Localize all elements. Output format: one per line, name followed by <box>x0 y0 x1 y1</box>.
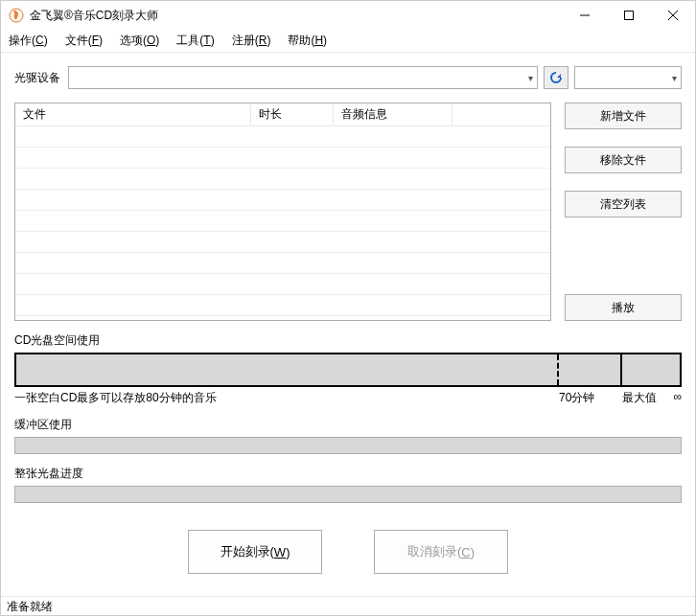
col-audio-header[interactable]: 音频信息 <box>334 103 452 125</box>
table-row[interactable] <box>15 232 550 253</box>
menu-bar: 操作(C) 文件(F) 选项(O) 工具(T) 注册(R) 帮助(H) <box>1 30 695 53</box>
maximize-button[interactable] <box>607 1 651 30</box>
speed-combo[interactable]: ▾ <box>574 66 682 89</box>
capacity-note: 一张空白CD最多可以存放80分钟的音乐 <box>14 390 559 405</box>
capacity-seg-70 <box>557 354 620 385</box>
app-icon <box>9 8 24 23</box>
col-file-header[interactable]: 文件 <box>15 103 251 125</box>
cancel-burn-button[interactable]: 取消刻录(C) <box>374 530 508 574</box>
window-title: 金飞翼®音乐CD刻录大师 <box>30 8 158 24</box>
status-bar: 准备就绪 <box>1 596 695 615</box>
capacity-tick-70: 70分钟 <box>559 390 622 405</box>
capacity-label: CD光盘空间使用 <box>14 332 682 349</box>
table-row[interactable] <box>15 126 550 148</box>
clear-list-button[interactable]: 清空列表 <box>565 191 682 217</box>
buffer-label: 缓冲区使用 <box>14 417 682 433</box>
col-duration-header[interactable]: 时长 <box>251 103 334 125</box>
file-table[interactable]: 文件 时长 音频信息 <box>14 103 551 321</box>
menu-file[interactable]: 文件(F) <box>65 33 103 49</box>
menu-tools[interactable]: 工具(T) <box>176 33 214 49</box>
table-row[interactable] <box>15 274 550 295</box>
close-button[interactable] <box>651 1 695 30</box>
capacity-section: CD光盘空间使用 一张空白CD最多可以存放80分钟的音乐 70分钟 最大值 ∞ <box>14 332 682 405</box>
drive-combo[interactable]: ▾ <box>68 66 538 89</box>
window-controls <box>563 1 695 30</box>
window-titlebar: 金飞翼®音乐CD刻录大师 <box>1 1 695 30</box>
drive-row: 光驱设备 ▾ ▾ <box>14 66 682 89</box>
menu-options[interactable]: 选项(O) <box>120 33 159 49</box>
start-burn-button[interactable]: 开始刻录(W) <box>188 530 322 574</box>
capacity-tick-max: 最大值 <box>622 390 668 405</box>
add-file-button[interactable]: 新增文件 <box>565 103 682 129</box>
col-spacer-header <box>452 103 550 125</box>
progress-label: 整张光盘进度 <box>14 466 682 482</box>
table-body[interactable] <box>15 126 550 320</box>
table-row[interactable] <box>15 148 550 169</box>
buffer-section: 缓冲区使用 <box>14 417 682 454</box>
progress-section: 整张光盘进度 <box>14 466 682 503</box>
refresh-icon <box>548 70 564 85</box>
bottom-buttons: 开始刻录(W) 取消刻录(C) <box>14 530 682 574</box>
play-button[interactable]: 播放 <box>565 294 682 321</box>
capacity-seg-used <box>16 354 557 385</box>
table-row[interactable] <box>15 190 550 211</box>
side-buttons: 新增文件 移除文件 清空列表 播放 <box>565 103 682 321</box>
table-row[interactable] <box>15 253 550 274</box>
refresh-button[interactable] <box>544 66 568 89</box>
minimize-button[interactable] <box>563 1 607 30</box>
table-row[interactable] <box>15 169 550 190</box>
table-row[interactable] <box>15 295 550 316</box>
status-text: 准备就绪 <box>7 600 53 613</box>
table-header: 文件 时长 音频信息 <box>15 103 550 126</box>
drive-label: 光驱设备 <box>14 70 60 86</box>
chevron-down-icon: ▾ <box>528 73 533 83</box>
table-row[interactable] <box>15 211 550 232</box>
capacity-seg-max <box>620 354 680 385</box>
capacity-bar <box>14 353 682 387</box>
menu-register[interactable]: 注册(R) <box>232 33 271 49</box>
menu-operation[interactable]: 操作(C) <box>9 33 48 49</box>
remove-file-button[interactable]: 移除文件 <box>565 147 682 173</box>
chevron-down-icon: ▾ <box>672 73 677 83</box>
buffer-bar <box>14 437 682 454</box>
capacity-ticks: 一张空白CD最多可以存放80分钟的音乐 70分钟 最大值 ∞ <box>14 390 682 405</box>
menu-help[interactable]: 帮助(H) <box>288 33 327 49</box>
svg-rect-2 <box>625 11 634 20</box>
capacity-tick-inf: ∞ <box>668 390 682 405</box>
progress-bar <box>14 486 682 503</box>
